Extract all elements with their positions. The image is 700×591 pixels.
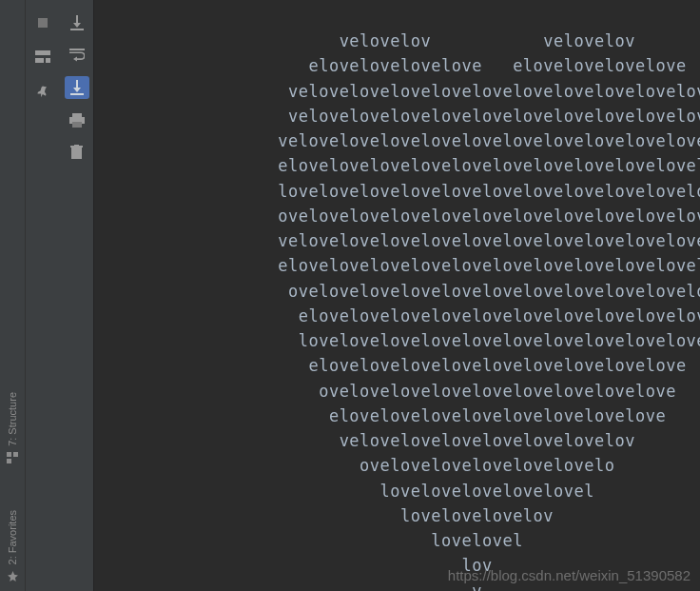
run-toolbar-2	[60, 0, 94, 591]
output-line: ovelovelovelovelovelovelovelovelovelovel…	[94, 204, 700, 228]
svg-rect-3	[38, 18, 48, 28]
tool-window-favorites[interactable]: 2: Favorites	[1, 510, 24, 582]
output-line: elovelovelovelovelovelovelovelovelovelov…	[94, 153, 700, 178]
svg-rect-5	[35, 58, 44, 63]
svg-rect-15	[74, 145, 79, 147]
svg-rect-8	[69, 49, 85, 50]
output-line: lovelovelovelovelovelovelovelovelovelove…	[94, 179, 700, 204]
svg-rect-1	[13, 452, 18, 457]
output-line: lovelovelovelov	[94, 503, 700, 528]
stop-button[interactable]	[30, 11, 55, 34]
svg-rect-9	[70, 93, 84, 95]
output-line: lovelovelovelovelovelovelovelovelovelove…	[94, 328, 700, 353]
output-line: ovelovelovelovelovelovelovelovelove	[94, 379, 700, 404]
output-line: velovelovelovelovelovelovelovelovelovelo…	[94, 228, 700, 253]
print-button[interactable]	[65, 108, 89, 131]
output-line: velovelov velovelov	[94, 29, 700, 53]
scroll-to-end-button[interactable]	[65, 76, 89, 99]
console-output[interactable]: velovelov velovelov elovelovelovelove el…	[94, 0, 700, 591]
output-line: lovelovel	[94, 528, 700, 553]
output-line: elovelovelovelovelovelovelovelovelovelov…	[94, 253, 700, 278]
output-line: elovelovelovelovelovelovelovelovelovelov…	[94, 304, 700, 328]
output-line: velovelovelovelovelovelovelovelovelovelo…	[94, 128, 700, 153]
structure-label: 7: Structure	[7, 392, 18, 446]
svg-rect-7	[70, 29, 84, 30]
output-line: velovelovelovelovelovelovelov	[94, 428, 700, 453]
tool-window-structure[interactable]: 7: Structure	[1, 392, 24, 464]
run-toolbar-1	[26, 0, 60, 591]
output-line: elovelovelovelovelovelovelovelove	[94, 404, 700, 428]
favorites-label: 2: Favorites	[7, 510, 18, 564]
star-icon	[7, 570, 19, 582]
svg-rect-0	[7, 452, 11, 457]
output-line: lovelovelovelovelovel	[94, 479, 700, 503]
svg-rect-2	[7, 459, 11, 463]
output-line: velovelovelovelovelovelovelovelovelovelo…	[94, 104, 700, 128]
soft-wrap-button[interactable]	[65, 44, 89, 67]
output-line: velovelovelovelovelovelovelovelovelovelo…	[94, 79, 700, 104]
svg-rect-4	[35, 50, 50, 55]
output-line: ovelovelovelovelovelovelovelovelovelovel…	[94, 279, 700, 304]
svg-rect-13	[71, 148, 82, 159]
output-line: elovelovelovelove elovelovelovelove	[94, 53, 700, 78]
layout-button[interactable]	[30, 46, 55, 69]
output-line: elovelovelovelovelovelovelovelovelove	[94, 353, 700, 378]
structure-icon	[7, 452, 19, 464]
output-line: ovelovelovelovelovelovelo	[94, 453, 700, 478]
pin-button[interactable]	[30, 80, 55, 103]
svg-rect-6	[46, 58, 50, 63]
svg-rect-10	[72, 113, 82, 117]
side-gutter: 7: Structure 2: Favorites	[0, 0, 26, 591]
download-button[interactable]	[65, 11, 89, 34]
svg-rect-12	[72, 122, 82, 128]
watermark: https://blog.csdn.net/weixin_51390582	[448, 567, 690, 583]
clear-all-button[interactable]	[65, 141, 89, 164]
